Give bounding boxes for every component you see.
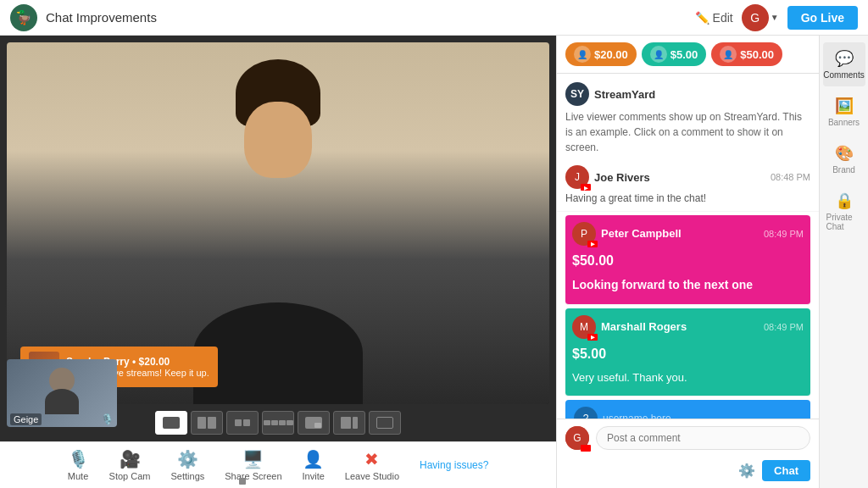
top-bar-left: 🦆 Chat Improvements — [10, 4, 157, 31]
sy-text: Live viewer comments show up on StreamYa… — [565, 109, 810, 155]
chat-settings-button[interactable]: ⚙️ — [738, 463, 755, 479]
tab-comments[interactable]: 💬 Comments — [823, 42, 865, 86]
private-chat-icon: 🔒 — [835, 191, 854, 210]
tab-brand[interactable]: 🎨 Brand — [823, 137, 865, 181]
settings-button[interactable]: ⚙️ Settings — [171, 449, 205, 481]
marshall-yt-badge: ▶ — [587, 334, 598, 341]
layout-btn-four[interactable] — [262, 411, 294, 435]
share-screen-button[interactable]: 🖥️ Share Screen — [225, 449, 281, 481]
donation-pill-1[interactable]: 👤 $20.00 — [565, 42, 637, 66]
edit-button[interactable]: ✏️ Edit — [695, 11, 733, 25]
bottom-bar: 🎙️ Mute 🎥 Stop Cam ⚙️ Settings 🖥️ Share … — [0, 441, 556, 488]
comment-user-avatar: G — [565, 426, 589, 450]
pencil-icon: ✏️ — [695, 11, 709, 25]
thumbnail-area: Geige 🎙️ — [7, 359, 117, 427]
camera-icon: 🎥 — [120, 449, 141, 469]
comments-icon: 💬 — [835, 49, 854, 68]
chat-message-marshall[interactable]: M ▶ Marshall Rogers 08:49 PM $5.00 Very … — [565, 308, 810, 397]
layout-btn-two[interactable] — [191, 411, 223, 435]
peter-header: P ▶ Peter Campbell 08:49 PM — [572, 222, 804, 246]
donations-row: 👤 $20.00 👤 $5.00 👤 $50.00 — [557, 36, 819, 74]
peter-name: Peter Campbell — [601, 227, 759, 240]
top-bar-right: ✏️ Edit G ▼ Go Live — [695, 4, 858, 31]
far-right-sidebar: 💬 Comments 🖼️ Banners 🎨 Brand 🔒 Private … — [819, 36, 868, 488]
app-title: Chat Improvements — [46, 10, 157, 25]
user-avatar[interactable]: G — [742, 4, 769, 31]
chat-send-row: ⚙️ Chat — [557, 457, 819, 488]
thumbnail-mic-icon: 🎙️ — [101, 413, 114, 425]
marshall-text: Very useful. Thank you. — [572, 367, 804, 389]
peter-amount: $50.00 — [572, 248, 804, 274]
main-layout: ▶ Sandra Perry • $20.00 Love your live s… — [0, 36, 868, 488]
sy-avatar: SY — [565, 82, 589, 106]
chat-message-peter[interactable]: P ▶ Peter Campbell 08:49 PM $50.00 Looki… — [565, 215, 810, 305]
pill-avatar-1: 👤 — [574, 46, 591, 63]
layout-btn-single[interactable] — [155, 411, 187, 435]
comment-input[interactable] — [596, 426, 810, 450]
streamyard-message: SY StreamYard Live viewer comments show … — [557, 77, 819, 160]
video-area: ▶ Sandra Perry • $20.00 Love your live s… — [7, 42, 549, 404]
tab-banners[interactable]: 🖼️ Banners — [823, 90, 865, 134]
invite-button[interactable]: 👤 Invite — [303, 449, 325, 481]
joe-time: 08:48 PM — [771, 172, 810, 182]
marshall-header: M ▶ Marshall Rogers 08:49 PM — [572, 315, 804, 339]
sy-header: SY StreamYard — [565, 82, 810, 106]
joe-text: Having a great time in the chat! — [565, 191, 810, 206]
banners-icon: 🖼️ — [835, 97, 854, 115]
screen-icon: 🖥️ — [242, 449, 264, 469]
donation-pill-2[interactable]: 👤 $5.00 — [642, 42, 707, 66]
chat-send-button[interactable]: Chat — [762, 460, 810, 481]
dropdown-arrow-icon[interactable]: ▼ — [771, 13, 779, 22]
peter-time: 08:49 PM — [764, 229, 804, 239]
layout-btn-pip[interactable] — [298, 411, 330, 435]
joe-yt-badge: ▶ — [581, 184, 591, 191]
chat-message-joe[interactable]: J ▶ Joe Rivers 08:48 PM Having a great t… — [557, 160, 819, 212]
marshall-time: 08:49 PM — [764, 322, 804, 332]
having-issues-link[interactable]: Having issues? — [420, 459, 488, 471]
leave-studio-button[interactable]: ✖ Leave Studio — [345, 449, 399, 481]
donation-pill-3[interactable]: 👤 $50.00 — [711, 42, 782, 66]
pill-avatar-2: 👤 — [650, 46, 667, 63]
stop-cam-button[interactable]: 🎥 Stop Cam — [109, 449, 151, 481]
mute-icon: 🎙️ — [68, 449, 89, 469]
right-panel: 👤 $20.00 👤 $5.00 👤 $50.00 SY StreamYard … — [556, 36, 819, 488]
peter-yt-badge: ▶ — [587, 241, 598, 247]
tab-private-chat[interactable]: 🔒 Private Chat — [823, 185, 865, 238]
joe-name: Joe Rivers — [594, 171, 765, 184]
comment-yt-badge — [581, 445, 591, 452]
thumbnail-name: Geige — [10, 413, 42, 425]
peter-text: Looking forward to the next one — [572, 274, 804, 297]
left-panel: ▶ Sandra Perry • $20.00 Love your live s… — [0, 36, 556, 488]
joe-header: J ▶ Joe Rivers 08:48 PM — [565, 165, 810, 189]
marshall-avatar: M ▶ — [572, 315, 596, 339]
leave-icon: ✖ — [364, 449, 379, 469]
top-bar: 🦆 Chat Improvements ✏️ Edit G ▼ Go Live — [0, 0, 868, 36]
pill-avatar-3: 👤 — [720, 46, 737, 63]
layout-btn-three[interactable] — [226, 411, 259, 435]
go-live-button[interactable]: Go Live — [787, 6, 858, 30]
layout-btn-blank[interactable] — [369, 411, 401, 435]
mute-button[interactable]: 🎙️ Mute — [68, 449, 89, 481]
avatar-group: G ▼ — [742, 4, 779, 31]
comment-input-area: G — [557, 419, 819, 457]
peter-avatar: P ▶ — [572, 222, 596, 246]
chat-messages: SY StreamYard Live viewer comments show … — [557, 74, 819, 419]
invite-icon: 👤 — [303, 449, 324, 469]
marshall-name: Marshall Rogers — [601, 320, 759, 333]
brand-icon: 🎨 — [835, 144, 854, 163]
layout-btn-side[interactable] — [333, 411, 365, 435]
logo-icon: 🦆 — [10, 4, 37, 31]
avatar-initial: G — [750, 11, 760, 25]
marshall-amount: $5.00 — [572, 341, 804, 367]
joe-avatar: J ▶ — [565, 165, 589, 189]
settings-icon: ⚙️ — [177, 449, 198, 469]
hide-overlay[interactable]: ? username here ⊙ Hide — [565, 400, 810, 419]
